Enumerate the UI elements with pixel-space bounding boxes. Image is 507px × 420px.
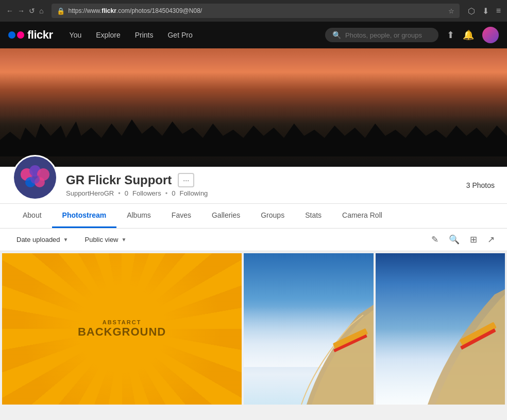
dot-pink (17, 31, 24, 39)
profile-section: GR Flickr Support ··· SupportHeroGR • 0 … (0, 167, 507, 204)
public-view-dropdown[interactable]: Public view ▼ (80, 234, 130, 246)
photo-item-plane2[interactable] (376, 253, 505, 405)
separator-dot-1: • (118, 189, 121, 197)
date-uploaded-label: Date uploaded (16, 236, 60, 243)
toolbar-left: Date uploaded ▼ Public view ▼ (12, 234, 130, 246)
bookmark-icon[interactable]: ☆ (448, 7, 454, 15)
date-uploaded-dropdown[interactable]: Date uploaded ▼ (12, 234, 72, 246)
address-bar[interactable]: 🔒 https://www.flickr.com/photos/18450430… (52, 4, 459, 18)
following-label: Following (179, 189, 208, 197)
tab-about[interactable]: About (12, 204, 52, 228)
tab-camera-roll[interactable]: Camera Roll (332, 204, 393, 228)
nav-search-bar[interactable]: 🔍 (325, 28, 438, 42)
profile-name-row: GR Flickr Support ··· (66, 173, 466, 187)
cover-photo (0, 48, 507, 167)
abstract-main-text: BACKGROUND (78, 325, 166, 339)
share-icon[interactable]: ↗ (487, 234, 495, 245)
public-view-label: Public view (84, 236, 118, 243)
slideshow-icon[interactable]: ⊞ (470, 234, 477, 245)
photo-plane1 (244, 253, 373, 405)
tab-galleries[interactable]: Galleries (201, 204, 250, 228)
nav-links: You Explore Prints Get Pro (63, 27, 199, 43)
upload-icon[interactable]: ⬆ (447, 29, 454, 41)
user-avatar[interactable] (482, 27, 499, 43)
search-icon: 🔍 (332, 31, 341, 39)
abstract-sub-text: ABSTARCT (78, 319, 166, 325)
search-input[interactable] (345, 31, 431, 39)
avatar-image (14, 156, 56, 199)
menu-icon[interactable]: ≡ (496, 6, 501, 15)
search-photos-icon[interactable]: 🔍 (449, 234, 460, 245)
browser-controls: ← → ↺ ⌂ (6, 7, 43, 15)
photo-count: 3 Photos (466, 181, 495, 189)
browser-chrome: ← → ↺ ⌂ 🔒 https://www.flickr.com/photos/… (0, 0, 507, 22)
security-icon: 🔒 (57, 7, 65, 15)
edit-icon[interactable]: ✎ (431, 234, 438, 245)
nav-get-pro[interactable]: Get Pro (161, 27, 198, 43)
flickr-logo[interactable]: flickr (8, 28, 53, 42)
tab-albums[interactable]: Albums (116, 204, 161, 228)
photo-abstract-bg: ABSTARCT BACKGROUND (2, 253, 242, 405)
tab-groups[interactable]: Groups (250, 204, 295, 228)
followers-count: 0 (125, 189, 128, 197)
forward-icon[interactable]: → (18, 7, 25, 15)
tab-stats[interactable]: Stats (295, 204, 332, 228)
date-chevron-icon: ▼ (63, 237, 69, 242)
svg-point-6 (30, 174, 40, 184)
nav-right-icons: ⬆ 🔔 (447, 27, 499, 43)
tab-faves[interactable]: Faves (161, 204, 201, 228)
tab-photostream[interactable]: Photostream (52, 204, 117, 228)
followers-label: Followers (132, 189, 161, 197)
notifications-icon[interactable]: 🔔 (463, 29, 474, 41)
profile-name: GR Flickr Support (66, 173, 172, 187)
back-icon[interactable]: ← (6, 7, 13, 15)
flickr-dots (8, 31, 24, 39)
flickr-nav: flickr You Explore Prints Get Pro 🔍 ⬆ 🔔 (0, 22, 507, 48)
view-chevron-icon: ▼ (122, 237, 127, 242)
address-url: https://www.flickr.com/photos/184504309@… (68, 7, 445, 14)
profile-avatar (12, 155, 58, 200)
plane2-wing-svg (386, 253, 505, 405)
profile-menu-button[interactable]: ··· (178, 173, 194, 187)
refresh-icon[interactable]: ↺ (29, 7, 35, 15)
following-count: 0 (172, 189, 175, 197)
plane1-wing-svg (255, 253, 374, 405)
home-icon[interactable]: ⌂ (39, 7, 43, 15)
flickr-wordmark: flickr (27, 28, 53, 42)
browser-right-icons: ⬡ ⬇ ≡ (468, 6, 501, 16)
nav-explore[interactable]: Explore (90, 27, 126, 43)
tabs-bar: About Photostream Albums Faves Galleries… (0, 204, 507, 229)
dot-blue (8, 31, 15, 39)
separator-dot-2: • (165, 189, 168, 197)
pocket-icon[interactable]: ⬡ (468, 6, 475, 16)
download-icon[interactable]: ⬇ (482, 6, 489, 16)
profile-meta: SupportHeroGR • 0 Followers • 0 Followin… (66, 189, 466, 197)
photo-item-abstract[interactable]: ABSTARCT BACKGROUND (2, 253, 242, 405)
abstract-text-overlay: ABSTARCT BACKGROUND (78, 319, 166, 339)
nav-prints[interactable]: Prints (129, 27, 160, 43)
toolbar: Date uploaded ▼ Public view ▼ ✎ 🔍 ⊞ ↗ (0, 229, 507, 251)
photo-grid: ABSTARCT BACKGROUND (0, 251, 507, 407)
username: SupportHeroGR (66, 189, 114, 197)
photo-item-plane1[interactable] (244, 253, 373, 405)
nav-you[interactable]: You (63, 27, 88, 43)
profile-info: GR Flickr Support ··· SupportHeroGR • 0 … (66, 173, 466, 197)
toolbar-right: ✎ 🔍 ⊞ ↗ (431, 234, 495, 245)
photo-plane2 (376, 253, 505, 405)
